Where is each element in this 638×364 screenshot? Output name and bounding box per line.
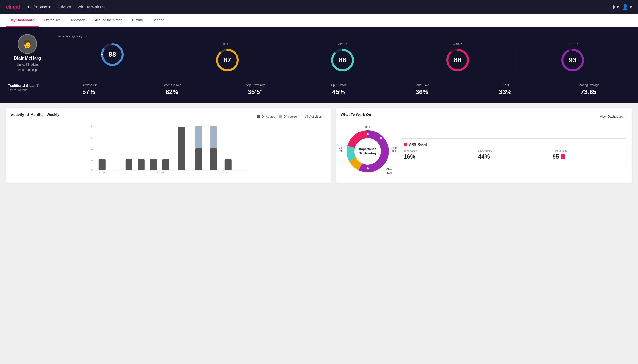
- stat-scoring-avg: Scoring Average 73.85: [547, 83, 630, 96]
- svg-text:To Scoring: To Scoring: [359, 152, 376, 155]
- navigation: clippd Performance ▾ Activities What To …: [0, 0, 638, 14]
- stat-app-proximity: App. Proximity 35'5": [214, 83, 297, 96]
- tab-my-dashboard[interactable]: My Dashboard: [6, 14, 39, 27]
- detail-card: ARG Rough Importance 16% Opportunity 44%: [399, 138, 627, 164]
- ott-score: 87: [224, 56, 231, 64]
- tab-approach[interactable]: Approach: [66, 14, 90, 27]
- app-arrow-icon: ↗: [345, 42, 347, 46]
- nav-performance[interactable]: Performance ▾: [28, 5, 50, 9]
- what-to-work-on-card: What To Work On View Dashboard OTT 10% A…: [336, 108, 632, 183]
- svg-rect-27: [162, 160, 169, 170]
- avatar: 🧑: [18, 34, 37, 54]
- player-country: United Kingdom: [17, 63, 38, 66]
- putt-donut-label: PUTT 57%: [337, 146, 344, 153]
- trad-stats-label: Traditional Stats ⓘ Last 20 rounds: [8, 83, 47, 92]
- traditional-stats: Traditional Stats ⓘ Last 20 rounds Fairw…: [8, 78, 630, 96]
- chart-legend: On course Off course: [257, 115, 297, 118]
- on-course-dot: [257, 115, 260, 118]
- logo: clippd: [6, 4, 20, 10]
- nav-activities[interactable]: Activities: [57, 5, 71, 9]
- ott-circle: 87: [215, 48, 240, 72]
- tab-off-the-tee[interactable]: Off the Tee: [39, 14, 66, 27]
- opportunity-val: 44%: [478, 153, 549, 160]
- shot-quality-label: Shot Quality: [553, 149, 623, 152]
- svg-point-46: [367, 168, 369, 170]
- user-menu-button[interactable]: 👤 ▾: [622, 4, 632, 10]
- app-circle: 86: [330, 48, 355, 72]
- detail-metrics: Importance 16% Opportunity 44% Shot Qual…: [404, 149, 623, 160]
- svg-text:9 May: 9 May: [221, 171, 229, 173]
- info-icon[interactable]: ⓘ: [84, 34, 87, 38]
- svg-text:7 Feb: 7 Feb: [99, 171, 106, 173]
- detail-importance: Importance 16%: [404, 149, 474, 160]
- view-dashboard-button[interactable]: View Dashboard: [596, 113, 627, 120]
- svg-text:3: 3: [91, 136, 93, 139]
- stat-app-prox-label: App. Proximity: [214, 83, 297, 87]
- chart-area: 4 3 2 1 0: [11, 124, 326, 173]
- putt-score: 93: [569, 56, 576, 64]
- stat-ss-label: Sand Save: [380, 83, 464, 87]
- off-course-dot: [279, 115, 282, 118]
- putt-label: PUTT ↗: [568, 42, 578, 46]
- activity-chart-card: Activity - 3 Months - Weekly On course O…: [6, 108, 331, 183]
- stat-1putt: 1 Putt 33%: [464, 83, 547, 96]
- scores-section: Total Player Quality ⓘ 88: [55, 34, 630, 72]
- svg-text:1: 1: [91, 158, 93, 161]
- add-button[interactable]: ⊕ ▾: [611, 4, 619, 10]
- bottom-section: Activity - 3 Months - Weekly On course O…: [0, 103, 638, 188]
- tab-around-the-green[interactable]: Around the Green: [90, 14, 127, 27]
- svg-point-44: [367, 133, 369, 135]
- stats-list: Fairways Hit 57% Greens In Reg 62% App. …: [47, 83, 630, 96]
- donut-chart-container: OTT 10% APP 12% ARG 21% PUTT 57%: [341, 124, 395, 178]
- stat-fairways-label: Fairways Hit: [47, 83, 130, 87]
- arg-donut-label: ARG 21%: [386, 167, 392, 174]
- score-circles: 88 OTT ↗ 87: [55, 42, 630, 72]
- svg-rect-29: [195, 148, 202, 170]
- ott-label: OTT ↗: [223, 42, 232, 46]
- svg-rect-32: [210, 126, 217, 148]
- wtwo-header: What To Work On View Dashboard: [341, 112, 627, 120]
- stat-up-down: Up & Down 45%: [297, 83, 380, 96]
- score-main: 88: [55, 42, 170, 72]
- chevron-down-icon: ▾: [49, 5, 50, 9]
- svg-rect-31: [210, 148, 217, 170]
- svg-point-41: [355, 138, 380, 164]
- nav-right: ⊕ ▾ 👤 ▾: [611, 4, 632, 10]
- score-ott: OTT ↗ 87: [170, 42, 285, 72]
- svg-rect-26: [150, 160, 157, 170]
- arg-score: 88: [454, 56, 462, 64]
- svg-text:4: 4: [91, 125, 93, 128]
- player-handicap: Plus Handicap: [18, 68, 37, 72]
- svg-rect-23: [99, 160, 106, 170]
- stat-ud-val: 45%: [297, 88, 380, 96]
- detail-shot-quality: Shot Quality 95 ↓: [553, 149, 623, 160]
- player-info: 🧑 Blair McHarg United Kingdom Plus Handi…: [8, 34, 47, 72]
- stat-scoring-label: Scoring Average: [547, 83, 630, 87]
- tab-scoring[interactable]: Scoring: [148, 14, 169, 27]
- score-putt: PUTT ↗ 93: [515, 42, 630, 72]
- stat-1putt-val: 33%: [464, 88, 547, 96]
- svg-point-45: [380, 137, 382, 139]
- hero-top: 🧑 Blair McHarg United Kingdom Plus Handi…: [8, 34, 630, 72]
- off-course-label: Off course: [284, 115, 297, 118]
- nav-links: Performance ▾ Activities What To Work On: [28, 5, 105, 9]
- wtwo-title: What To Work On: [341, 112, 371, 116]
- detail-title: ARG Rough: [409, 142, 429, 146]
- svg-text:Importance: Importance: [359, 147, 376, 151]
- opportunity-label: Opportunity: [478, 149, 549, 152]
- stat-sand-save: Sand Save 36%: [380, 83, 464, 96]
- chart-title: Activity - 3 Months - Weekly: [11, 112, 59, 116]
- wtwo-content: OTT 10% APP 12% ARG 21% PUTT 57%: [341, 124, 627, 178]
- info-icon-trad[interactable]: ⓘ: [36, 83, 39, 88]
- bar-chart: 4 3 2 1 0: [11, 124, 326, 173]
- importance-label: Importance: [404, 149, 474, 152]
- app-score: 86: [339, 56, 346, 64]
- nav-wtwo-label: What To Work On: [78, 5, 105, 9]
- shot-quality-val: 95 ↓: [553, 153, 623, 160]
- nav-what-to-work-on[interactable]: What To Work On: [78, 5, 105, 9]
- score-arg: ARG ↗ 88: [400, 42, 515, 72]
- svg-text:2: 2: [91, 147, 93, 150]
- tab-putting[interactable]: Putting: [127, 14, 148, 27]
- stat-app-prox-val: 35'5": [214, 88, 297, 96]
- all-activities-button[interactable]: All Activities: [301, 113, 326, 120]
